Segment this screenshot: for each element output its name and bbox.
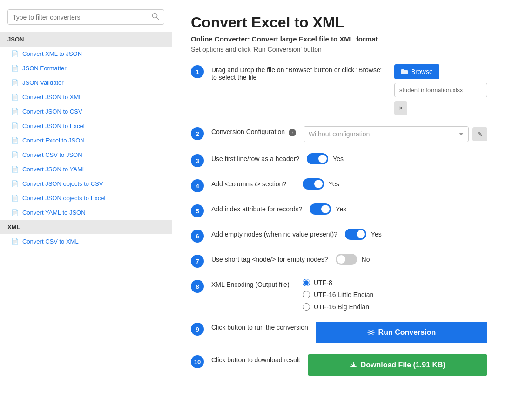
step-3-content: Yes xyxy=(307,153,487,164)
page-title: Convert Excel to XML xyxy=(191,14,487,31)
step-9-content: Run Conversion xyxy=(316,322,487,343)
step-2-row: 2 Conversion Configuration i Without con… xyxy=(191,126,487,142)
clear-file-button[interactable]: × xyxy=(394,101,407,115)
step-4-label: Add <columns /> section? xyxy=(211,178,295,188)
step-5-row: 5 Add index attribute for records? Yes xyxy=(191,203,487,217)
sidebar-item-2[interactable]: 📄JSON Validator xyxy=(0,75,172,90)
search-input[interactable] xyxy=(13,14,152,21)
search-container xyxy=(0,9,172,32)
file-icon: 📄 xyxy=(11,166,19,173)
sidebar-sections: JSON 📄Convert XML to JSON 📄JSON Formatte… xyxy=(0,32,172,249)
page-subtitle: Online Converter: Convert large Excel fi… xyxy=(191,35,487,43)
index-toggle[interactable] xyxy=(310,203,331,215)
step-10-row: 10 Click button to download result Downl… xyxy=(191,354,487,376)
step-8-label: XML Encoding (Output file) xyxy=(211,279,295,288)
step-3-row: 3 Use first line/row as a header? Yes xyxy=(191,153,487,167)
step-7-row: 7 Use short tag <node/> for empty nodes?… xyxy=(191,254,487,268)
header-toggle[interactable] xyxy=(307,153,328,164)
file-icon: 📄 xyxy=(11,137,19,144)
step-5-content: Yes xyxy=(310,203,487,215)
sidebar-item-6[interactable]: 📄Convert Excel to JSON xyxy=(0,133,172,148)
info-icon[interactable]: i xyxy=(289,129,296,136)
encoding-radio-group: UTF-8 UTF-16 Little Endian UTF-16 Big En… xyxy=(303,279,373,311)
encoding-utf8[interactable]: UTF-8 xyxy=(303,279,373,286)
folder-icon xyxy=(401,68,408,75)
file-icon: 📄 xyxy=(11,122,19,129)
step-1-label: Drag and Drop the file on "Browse" butto… xyxy=(211,64,387,81)
file-icon: 📄 xyxy=(11,209,19,216)
empty-nodes-toggle[interactable] xyxy=(345,229,366,240)
file-icon: 📄 xyxy=(11,238,19,245)
page-instruction: Set options and click 'Run Conversion' b… xyxy=(191,46,487,53)
step-4-number: 4 xyxy=(191,179,204,192)
columns-toggle[interactable] xyxy=(303,178,324,190)
sidebar-section-xml: XML xyxy=(0,220,172,234)
step-3-label: Use first line/row as a header? xyxy=(211,153,299,163)
step-9-number: 9 xyxy=(191,323,204,336)
edit-config-button[interactable]: ✎ xyxy=(472,127,487,141)
sidebar-item-10[interactable]: 📄Convert JSON objects to Excel xyxy=(0,191,172,205)
file-icon: 📄 xyxy=(11,94,19,101)
step-4-toggle-wrap: Yes xyxy=(303,178,339,190)
encoding-utf16-le[interactable]: UTF-16 Little Endian xyxy=(303,291,373,298)
sidebar-item-3[interactable]: 📄Convert JSON to XML xyxy=(0,90,172,104)
step-6-label: Add empty nodes (when no value present)? xyxy=(211,229,337,238)
sidebar-section-json: JSON xyxy=(0,32,172,47)
step-7-content: No xyxy=(336,254,487,265)
step-7-label: Use short tag <node/> for empty nodes? xyxy=(211,254,328,263)
sidebar-item-1[interactable]: 📄JSON Formatter xyxy=(0,61,172,75)
file-icon: 📄 xyxy=(11,180,19,187)
step-4-row: 4 Add <columns /> section? Yes xyxy=(191,178,487,192)
step-10-content: Download File (1.91 KB) xyxy=(308,354,487,376)
step-6-number: 6 xyxy=(191,230,204,243)
sidebar-item-11[interactable]: 📄Convert YAML to JSON xyxy=(0,205,172,220)
browse-button[interactable]: Browse xyxy=(394,64,439,79)
file-icon: 📄 xyxy=(11,79,19,86)
step-7-number: 7 xyxy=(191,255,204,268)
step-5-toggle-wrap: Yes xyxy=(310,203,346,215)
svg-line-1 xyxy=(157,18,159,20)
sidebar: JSON 📄Convert XML to JSON 📄JSON Formatte… xyxy=(0,0,172,420)
file-icon: 📄 xyxy=(11,65,19,72)
step-2-content: Without configuration ✎ xyxy=(304,126,487,142)
sidebar-item-7[interactable]: 📄Convert CSV to JSON xyxy=(0,148,172,162)
sidebar-item-4[interactable]: 📄Convert JSON to CSV xyxy=(0,104,172,119)
sidebar-item-xml-0[interactable]: 📄Convert CSV to XML xyxy=(0,234,172,249)
step-1-row: 1 Drag and Drop the file on "Browse" but… xyxy=(191,64,487,115)
step-9-row: 9 Click button to run the conversion Run… xyxy=(191,322,487,343)
svg-point-2 xyxy=(370,331,372,334)
step-2-label: Conversion Configuration i xyxy=(211,126,296,136)
sidebar-item-8[interactable]: 📄Convert JSON to YAML xyxy=(0,162,172,176)
step-10-number: 10 xyxy=(191,355,204,368)
sidebar-item-9[interactable]: 📄Convert JSON objects to CSV xyxy=(0,176,172,191)
sidebar-item-0[interactable]: 📄Convert XML to JSON xyxy=(0,47,172,61)
search-wrapper xyxy=(7,9,164,25)
toggle-slider xyxy=(345,229,366,240)
step-2-number: 2 xyxy=(191,127,204,140)
toggle-slider xyxy=(336,254,357,265)
filename-display: student information.xlsx xyxy=(394,83,487,97)
step-6-toggle-label: Yes xyxy=(371,230,382,238)
search-icon xyxy=(152,13,159,21)
step-6-content: Yes xyxy=(345,229,487,240)
step-8-number: 8 xyxy=(191,280,204,293)
config-select[interactable]: Without configuration xyxy=(304,126,469,142)
run-conversion-button[interactable]: Run Conversion xyxy=(316,322,487,343)
step-1-content: Browse student information.xlsx × xyxy=(394,64,487,115)
file-icon: 📄 xyxy=(11,108,19,115)
step-8-content: UTF-8 UTF-16 Little Endian UTF-16 Big En… xyxy=(303,279,487,311)
gear-icon xyxy=(367,329,375,336)
step-3-toggle-label: Yes xyxy=(333,155,344,163)
sidebar-item-5[interactable]: 📄Convert JSON to Excel xyxy=(0,119,172,133)
step-3-number: 3 xyxy=(191,154,204,167)
file-icon: 📄 xyxy=(11,151,19,158)
download-icon xyxy=(350,361,357,369)
encoding-utf16-be[interactable]: UTF-16 Big Endian xyxy=(303,303,373,311)
step-7-toggle-wrap: No xyxy=(336,254,370,265)
step-9-label: Click button to run the conversion xyxy=(211,322,308,331)
step-5-label: Add index attribute for records? xyxy=(211,203,302,213)
short-tag-toggle[interactable] xyxy=(336,254,357,265)
step-10-label: Click button to download result xyxy=(211,354,300,364)
step-4-content: Yes xyxy=(303,178,487,190)
download-file-button[interactable]: Download File (1.91 KB) xyxy=(308,354,487,376)
